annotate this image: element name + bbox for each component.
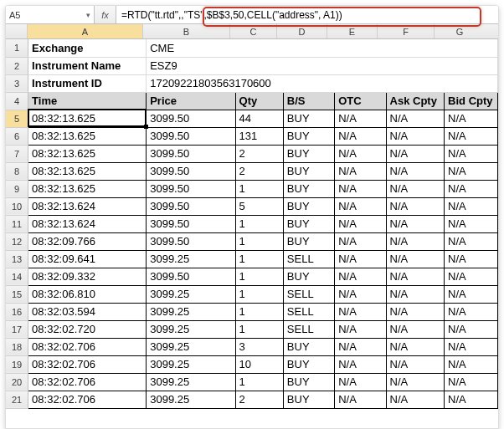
- row-header-17[interactable]: 17: [6, 320, 28, 338]
- cell-time[interactable]: 08:32:06.810: [28, 285, 147, 303]
- cell-otc[interactable]: N/A: [335, 373, 386, 391]
- cell-bid-cpty[interactable]: N/A: [445, 338, 498, 355]
- data-column-header-time[interactable]: Time: [28, 92, 147, 110]
- cell-bid-cpty[interactable]: N/A: [445, 197, 498, 215]
- select-all-button[interactable]: [6, 24, 28, 38]
- row-header-6[interactable]: 6: [6, 127, 28, 145]
- cell-time[interactable]: 08:32:09.332: [28, 268, 147, 285]
- cell-bs[interactable]: SELL: [283, 303, 334, 320]
- column-header-F[interactable]: F: [378, 24, 435, 38]
- cell-ask-cpty[interactable]: N/A: [386, 285, 445, 303]
- cell-otc[interactable]: N/A: [335, 180, 386, 197]
- cell-bs[interactable]: BUY: [283, 162, 334, 180]
- cell-ask-cpty[interactable]: N/A: [386, 215, 445, 232]
- column-header-G[interactable]: G: [435, 24, 485, 38]
- cell-price[interactable]: 3099.50: [147, 145, 235, 162]
- cell-price[interactable]: 3099.25: [147, 355, 235, 373]
- header-row-2-label[interactable]: Instrument Name: [28, 57, 147, 74]
- cell-time[interactable]: 08:32:13.625: [28, 127, 147, 145]
- cell-ask-cpty[interactable]: N/A: [386, 127, 445, 145]
- cell-bid-cpty[interactable]: N/A: [445, 180, 498, 197]
- cell-ask-cpty[interactable]: N/A: [386, 250, 445, 268]
- cell-bs[interactable]: BUY: [283, 197, 334, 215]
- cell-price[interactable]: 3099.50: [147, 110, 235, 127]
- cell-bs[interactable]: BUY: [283, 391, 334, 408]
- row-header-16[interactable]: 16: [6, 303, 28, 320]
- cell-qty[interactable]: 1: [235, 232, 283, 250]
- data-column-header-otc[interactable]: OTC: [335, 92, 386, 110]
- cell-time[interactable]: 08:32:13.625: [28, 162, 147, 180]
- cell-otc[interactable]: N/A: [335, 232, 386, 250]
- data-column-header-bid-cpty[interactable]: Bid Cpty: [445, 92, 498, 110]
- cell-bs[interactable]: BUY: [283, 180, 334, 197]
- cell-bid-cpty[interactable]: N/A: [445, 145, 498, 162]
- row-header-2[interactable]: 2: [6, 57, 28, 74]
- cell-ask-cpty[interactable]: N/A: [386, 373, 445, 391]
- cell-qty[interactable]: 3: [235, 338, 283, 355]
- column-header-B[interactable]: B: [143, 24, 230, 38]
- cell-time[interactable]: 08:32:13.625: [28, 145, 147, 162]
- header-row-3-value[interactable]: 17209221803563170600: [147, 74, 498, 92]
- header-row-1-label[interactable]: Exchange: [28, 39, 147, 57]
- cell-time[interactable]: 08:32:13.625: [28, 180, 147, 197]
- row-header-19[interactable]: 19: [6, 355, 28, 373]
- cell-ask-cpty[interactable]: N/A: [386, 197, 445, 215]
- cell-price[interactable]: 3099.50: [147, 197, 235, 215]
- cell-bs[interactable]: BUY: [283, 355, 334, 373]
- data-column-header-b-s[interactable]: B/S: [283, 92, 334, 110]
- cell-qty[interactable]: 1: [235, 180, 283, 197]
- cell-qty[interactable]: 1: [235, 373, 283, 391]
- cell-otc[interactable]: N/A: [335, 355, 386, 373]
- data-column-header-ask-cpty[interactable]: Ask Cpty: [386, 92, 445, 110]
- cell-bid-cpty[interactable]: N/A: [445, 373, 498, 391]
- cell-ask-cpty[interactable]: N/A: [386, 180, 445, 197]
- cell-qty[interactable]: 1: [235, 303, 283, 320]
- cell-qty[interactable]: 5: [235, 197, 283, 215]
- cell-time[interactable]: 08:32:02.706: [28, 338, 147, 355]
- cell-qty[interactable]: 1: [235, 215, 283, 232]
- cell-ask-cpty[interactable]: N/A: [386, 338, 445, 355]
- column-header-C[interactable]: C: [230, 24, 277, 38]
- cell-bs[interactable]: SELL: [283, 250, 334, 268]
- cell-bs[interactable]: BUY: [283, 127, 334, 145]
- cell-time[interactable]: 08:32:09.766: [28, 232, 147, 250]
- cell-otc[interactable]: N/A: [335, 303, 386, 320]
- cell-bs[interactable]: BUY: [283, 373, 334, 391]
- cell-ask-cpty[interactable]: N/A: [386, 145, 445, 162]
- cell-price[interactable]: 3099.25: [147, 303, 235, 320]
- row-header-4[interactable]: 4: [6, 92, 28, 110]
- cell-otc[interactable]: N/A: [335, 285, 386, 303]
- cell-ask-cpty[interactable]: N/A: [386, 268, 445, 285]
- cell-otc[interactable]: N/A: [335, 215, 386, 232]
- cell-price[interactable]: 3099.25: [147, 320, 235, 338]
- cell-otc[interactable]: N/A: [335, 320, 386, 338]
- cell-bs[interactable]: BUY: [283, 110, 334, 127]
- data-column-header-qty[interactable]: Qty: [235, 92, 283, 110]
- cell-qty[interactable]: 131: [235, 127, 283, 145]
- cell-otc[interactable]: N/A: [335, 145, 386, 162]
- cell-time[interactable]: 08:32:13.625: [28, 110, 147, 127]
- cell-price[interactable]: 3099.25: [147, 285, 235, 303]
- row-header-5[interactable]: 5: [6, 110, 28, 127]
- cell-bs[interactable]: BUY: [283, 232, 334, 250]
- cell-qty[interactable]: 2: [235, 145, 283, 162]
- cell-bs[interactable]: BUY: [283, 215, 334, 232]
- row-header-3[interactable]: 3: [6, 74, 28, 92]
- cell-time[interactable]: 08:32:02.706: [28, 391, 147, 408]
- cell-price[interactable]: 3099.50: [147, 268, 235, 285]
- cell-time[interactable]: 08:32:13.624: [28, 197, 147, 215]
- cell-qty[interactable]: 1: [235, 320, 283, 338]
- cell-bid-cpty[interactable]: N/A: [445, 162, 498, 180]
- cell-price[interactable]: 3099.25: [147, 391, 235, 408]
- cell-otc[interactable]: N/A: [335, 110, 386, 127]
- cell-time[interactable]: 08:32:02.706: [28, 373, 147, 391]
- row-header-7[interactable]: 7: [6, 145, 28, 162]
- cell-time[interactable]: 08:32:02.706: [28, 355, 147, 373]
- fill-handle[interactable]: [144, 125, 148, 129]
- cell-ask-cpty[interactable]: N/A: [386, 320, 445, 338]
- cell-bid-cpty[interactable]: N/A: [445, 355, 498, 373]
- row-header-12[interactable]: 12: [6, 232, 28, 250]
- cell-price[interactable]: 3099.25: [147, 338, 235, 355]
- cell-price[interactable]: 3099.50: [147, 127, 235, 145]
- row-header-10[interactable]: 10: [6, 197, 28, 215]
